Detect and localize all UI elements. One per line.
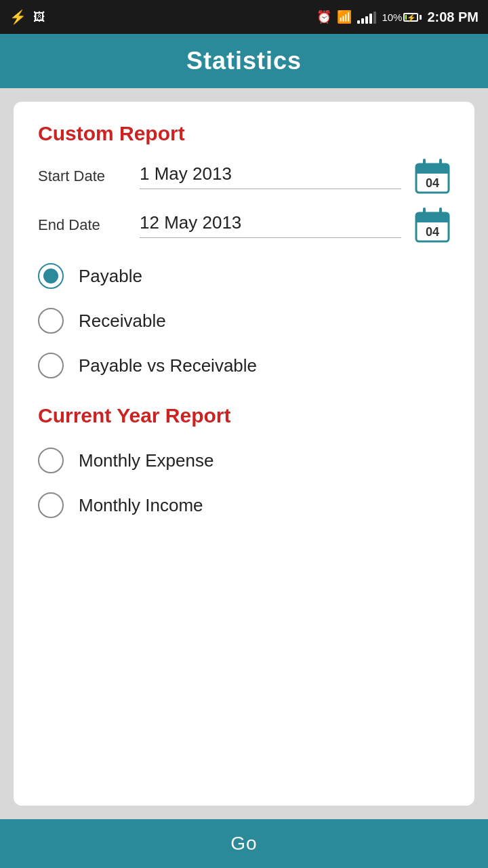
go-button[interactable]: Go [0, 819, 488, 868]
radio-monthly-income[interactable]: Monthly Income [38, 486, 450, 525]
alarm-icon: ⏰ [317, 9, 331, 24]
radio-receivable-circle [38, 308, 64, 334]
status-time: 2:08 PM [427, 9, 479, 25]
end-date-label: End Date [38, 216, 126, 234]
radio-payable-vs-receivable-label: Payable vs Receivable [79, 355, 257, 376]
main-card: Custom Report Start Date 1 May 2013 04 E… [14, 102, 474, 806]
radio-monthly-income-circle [38, 492, 64, 518]
status-bar-left: ⚡ 🖼 [9, 9, 45, 25]
radio-monthly-income-label: Monthly Income [79, 495, 203, 516]
radio-monthly-expense-label: Monthly Expense [79, 450, 214, 471]
svg-text:04: 04 [426, 225, 439, 239]
app-bar: Statistics [0, 34, 488, 88]
battery-icon: 10% ⚡ [382, 12, 422, 23]
radio-payable-label: Payable [79, 266, 142, 287]
wifi-icon: 📶 [337, 9, 352, 24]
custom-report-section: Custom Report Start Date 1 May 2013 04 E… [38, 122, 450, 385]
start-date-row: Start Date 1 May 2013 04 [38, 159, 450, 194]
start-date-calendar-icon[interactable]: 04 [415, 159, 450, 194]
end-date-row: End Date 12 May 2013 04 [38, 208, 450, 243]
radio-monthly-expense-circle [38, 448, 64, 473]
main-content: Custom Report Start Date 1 May 2013 04 E… [0, 88, 488, 819]
current-year-radio-group: Monthly Expense Monthly Income [38, 441, 450, 525]
status-bar: ⚡ 🖼 ⏰ 📶 10% ⚡ 2:08 PM [0, 0, 488, 34]
battery-bolt-icon: ⚡ [407, 14, 416, 22]
radio-payable-vs-receivable-circle [38, 353, 64, 378]
radio-receivable-label: Receivable [79, 311, 166, 332]
radio-payable[interactable]: Payable [38, 256, 450, 296]
radio-payable-circle [38, 263, 64, 289]
end-date-value: 12 May 2013 [140, 212, 401, 238]
image-icon: 🖼 [33, 10, 45, 24]
end-date-calendar-icon[interactable]: 04 [415, 208, 450, 243]
start-date-label: Start Date [38, 167, 126, 185]
radio-payable-vs-receivable[interactable]: Payable vs Receivable [38, 346, 450, 385]
status-bar-right: ⏰ 📶 10% ⚡ 2:08 PM [317, 9, 479, 25]
signal-icon [357, 10, 376, 24]
radio-receivable[interactable]: Receivable [38, 301, 450, 340]
svg-text:04: 04 [426, 176, 439, 190]
current-year-report-section: Current Year Report Monthly Expense Mont… [38, 404, 450, 525]
custom-report-radio-group: Payable Receivable Payable vs Receivable [38, 256, 450, 385]
svg-rect-8 [416, 220, 449, 222]
go-label: Go [230, 833, 257, 854]
battery-percent: 10% [382, 12, 402, 23]
start-date-value: 1 May 2013 [140, 163, 401, 189]
current-year-report-title: Current Year Report [38, 404, 450, 427]
app-bar-title: Statistics [186, 47, 302, 75]
usb-icon: ⚡ [9, 9, 26, 25]
custom-report-title: Custom Report [38, 122, 450, 145]
radio-monthly-expense[interactable]: Monthly Expense [38, 441, 450, 480]
svg-rect-2 [416, 171, 449, 174]
